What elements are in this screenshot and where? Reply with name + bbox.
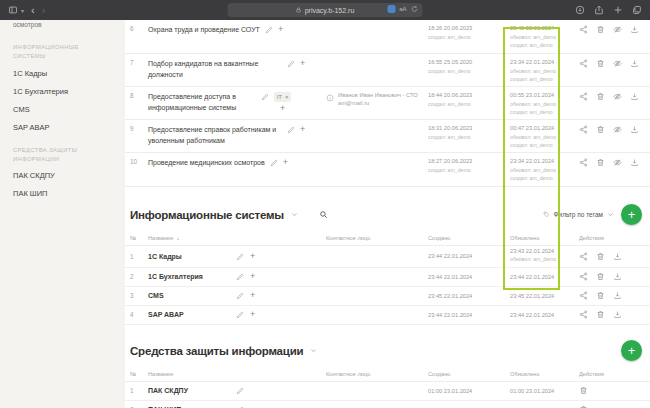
- delete-icon[interactable]: [579, 386, 588, 395]
- sidebar-item-sap[interactable]: SAP ABAP: [13, 123, 117, 132]
- search-icon[interactable]: [319, 210, 328, 219]
- add-tag-icon[interactable]: +: [300, 125, 305, 134]
- table-row[interactable]: 2 ПАК ШИП 01:00 23.01.2024 01:00 23.01.2…: [125, 401, 650, 408]
- delete-icon[interactable]: [596, 272, 605, 281]
- hide-icon[interactable]: [613, 158, 622, 167]
- sidebar-section-info-systems: ИНФОРМАЦИОННЫЕ СИСТЕМЫ: [13, 43, 97, 62]
- table-row[interactable]: 6 Охрана труда и проведение СОУТ + 18:26…: [125, 20, 650, 54]
- share-nodes-icon[interactable]: [579, 252, 588, 261]
- sidebar-item-cutoff[interactable]: осмотров: [13, 21, 117, 29]
- chevron-down-icon[interactable]: ▾: [21, 7, 24, 14]
- download-icon[interactable]: [630, 25, 639, 34]
- tag-chip[interactable]: IT×: [274, 92, 291, 102]
- sidebar-item-1c-buh[interactable]: 1С Бухгалтерия: [13, 87, 117, 96]
- edit-icon[interactable]: [270, 159, 278, 167]
- col-header-name[interactable]: Название ↓: [148, 235, 326, 241]
- translate-icon[interactable]: aA: [399, 6, 406, 12]
- chevron-down-icon[interactable]: [310, 347, 317, 354]
- updated-time: 00:47 23.01.2024: [510, 125, 567, 131]
- delete-icon[interactable]: [596, 310, 605, 319]
- add-tag-icon[interactable]: +: [250, 272, 255, 281]
- edit-icon[interactable]: [236, 387, 244, 395]
- sidebar-item-cms[interactable]: CMS: [13, 105, 117, 114]
- share-icon[interactable]: [594, 5, 604, 15]
- new-tab-icon[interactable]: [613, 5, 623, 15]
- edit-icon[interactable]: [265, 26, 273, 34]
- reader-icon[interactable]: [387, 5, 395, 13]
- add-tag-icon[interactable]: +: [280, 104, 285, 113]
- forward-button[interactable]: ›: [42, 5, 46, 16]
- sidebar-item-pak-skdpu[interactable]: ПАК СКДПУ: [13, 171, 117, 180]
- hide-icon[interactable]: [613, 25, 622, 34]
- table-row[interactable]: 2 1С Бухгалтерия + 23:44 22.01.2024 23:4…: [125, 268, 650, 287]
- reload-icon[interactable]: [411, 5, 419, 13]
- download-icon[interactable]: [613, 310, 622, 319]
- add-tag-icon[interactable]: +: [250, 252, 255, 261]
- tool-name: ПАК СКДПУ: [148, 387, 230, 394]
- row-number: 1: [125, 387, 148, 394]
- hide-icon[interactable]: [613, 92, 622, 101]
- share-nodes-icon[interactable]: [579, 272, 588, 281]
- share-nodes-icon[interactable]: [579, 310, 588, 319]
- share-nodes-icon[interactable]: [579, 25, 588, 34]
- download-icon[interactable]: [630, 59, 639, 68]
- delete-icon[interactable]: [596, 92, 605, 101]
- section-title: Информационные системы: [130, 209, 284, 221]
- table-row[interactable]: 9 Предоставление справок работникам и ув…: [125, 120, 650, 153]
- share-nodes-icon[interactable]: [579, 92, 588, 101]
- table-row[interactable]: 1 ПАК СКДПУ 01:00 23.01.2024 01:00 23.01…: [125, 382, 650, 401]
- add-tag-icon[interactable]: +: [250, 310, 255, 319]
- share-nodes-icon[interactable]: [579, 291, 588, 300]
- table-row[interactable]: 7 Подбор кандидатов на вакантные должнос…: [125, 54, 650, 87]
- back-button[interactable]: ‹: [31, 5, 35, 16]
- download-icon[interactable]: [613, 252, 622, 261]
- table-row[interactable]: 1 1С Кадры + 23:44 22.01.2024 23:43 22.0…: [125, 246, 650, 268]
- table-row[interactable]: 10 Проведение медицинских осмотров + 18:…: [125, 153, 650, 186]
- tabs-overview-icon[interactable]: [632, 5, 642, 15]
- share-nodes-icon[interactable]: [579, 158, 588, 167]
- table-row[interactable]: 4 SAP ABAP + 23:44 22.01.2024 23:44 22.0…: [125, 306, 650, 325]
- tag-filter-dropdown[interactable]: Фильтр по тегам: [543, 211, 614, 218]
- sidebar-toggle-icon[interactable]: [8, 5, 18, 15]
- add-system-button[interactable]: +: [621, 204, 642, 225]
- delete-icon[interactable]: [596, 125, 605, 134]
- chevron-down-icon[interactable]: [291, 211, 298, 218]
- edit-icon[interactable]: [261, 93, 269, 101]
- delete-icon[interactable]: [596, 158, 605, 167]
- add-tool-button[interactable]: +: [621, 340, 642, 361]
- created-by: создал: am_demo: [428, 166, 505, 174]
- delete-icon[interactable]: [596, 59, 605, 68]
- download-icon[interactable]: [630, 92, 639, 101]
- share-nodes-icon[interactable]: [579, 59, 588, 68]
- edit-icon[interactable]: [236, 273, 244, 281]
- delete-icon[interactable]: [596, 252, 605, 261]
- edit-icon[interactable]: [287, 126, 295, 134]
- edit-icon[interactable]: [287, 60, 295, 68]
- delete-icon[interactable]: [596, 291, 605, 300]
- sidebar-item-1c-kadry[interactable]: 1С Кадры: [13, 69, 117, 78]
- sidebar-item-pak-ship[interactable]: ПАК ШИП: [13, 189, 117, 198]
- col-header-name[interactable]: Название: [148, 371, 326, 377]
- table-row[interactable]: 8 Предоставление доступа в информационны…: [125, 87, 650, 120]
- edit-icon[interactable]: [236, 311, 244, 319]
- hide-icon[interactable]: [613, 59, 622, 68]
- table-row[interactable]: 3 CMS + 23:45 22.01.2024 23:45 22.01.202…: [125, 287, 650, 306]
- downloads-icon[interactable]: [575, 5, 585, 15]
- edit-icon[interactable]: [236, 292, 244, 300]
- add-tag-icon[interactable]: +: [250, 291, 255, 300]
- add-tag-icon[interactable]: +: [283, 158, 288, 167]
- download-icon[interactable]: [630, 125, 639, 134]
- remove-tag-icon[interactable]: ×: [285, 94, 289, 100]
- download-icon[interactable]: [613, 291, 622, 300]
- edit-icon[interactable]: [236, 253, 244, 261]
- add-tag-icon[interactable]: +: [300, 59, 305, 68]
- hide-icon[interactable]: [613, 125, 622, 134]
- info-icon[interactable]: [326, 94, 334, 102]
- delete-icon[interactable]: [596, 25, 605, 34]
- share-nodes-icon[interactable]: [579, 125, 588, 134]
- sort-desc-icon[interactable]: ↓: [176, 235, 179, 241]
- download-icon[interactable]: [613, 272, 622, 281]
- download-icon[interactable]: [630, 158, 639, 167]
- address-bar[interactable]: privacy.b-152.ru aA: [228, 3, 423, 17]
- add-tag-icon[interactable]: +: [278, 25, 283, 34]
